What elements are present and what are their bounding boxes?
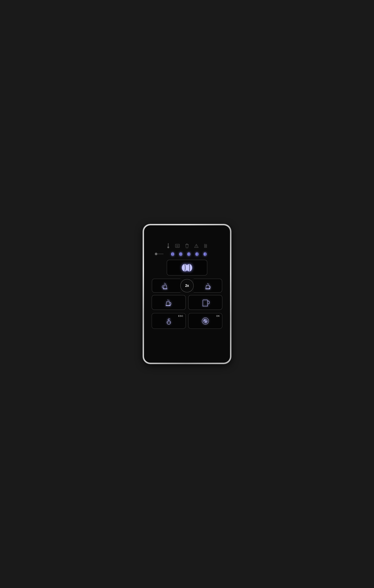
double-espresso-button[interactable] (152, 279, 180, 293)
svg-point-22 (186, 264, 192, 271)
coffee-grounds-icon (185, 243, 189, 248)
esc-button[interactable]: ESC (152, 313, 186, 329)
action-row: ESC OK (149, 313, 225, 329)
warning-icon (194, 243, 199, 248)
svg-point-31 (168, 321, 169, 322)
svg-point-29 (167, 322, 168, 323)
esc-label: ESC (178, 315, 183, 317)
top-area (149, 231, 225, 242)
ok-label: OK (216, 315, 220, 317)
control-panel: 2x (144, 225, 230, 363)
bean-strength-3[interactable] (186, 252, 191, 256)
bean-strength-2[interactable] (178, 252, 183, 256)
temperature-icon (167, 243, 170, 248)
double-x-label: 2x (185, 284, 189, 288)
svg-rect-3 (175, 244, 180, 248)
single-cup-row (149, 295, 225, 310)
ok-button[interactable]: OK (188, 313, 222, 329)
bean-strength-1[interactable] (170, 252, 175, 256)
svg-point-14 (155, 253, 157, 255)
svg-point-1 (167, 246, 169, 248)
lungo-button[interactable] (188, 295, 222, 310)
double-cup-row: 2x (149, 279, 225, 293)
single-espresso-button[interactable] (194, 279, 222, 293)
bean-strength-4[interactable] (194, 252, 199, 256)
strength-label (155, 252, 164, 256)
bean-select-button[interactable] (167, 260, 207, 275)
coffee-machine: 2x (143, 224, 231, 364)
espresso-button[interactable] (152, 295, 186, 310)
bean-strength-5[interactable] (203, 252, 207, 256)
status-icons-row (149, 243, 225, 248)
bean-indicators (170, 252, 207, 256)
svg-point-9 (196, 247, 197, 247)
svg-point-30 (170, 322, 170, 323)
water-level-icon (175, 243, 180, 248)
filter-icon (204, 243, 207, 248)
svg-rect-26 (203, 300, 208, 306)
svg-rect-2 (168, 244, 168, 247)
bean-strength-row (149, 252, 225, 256)
double-shot-button[interactable]: 2x (180, 279, 194, 292)
